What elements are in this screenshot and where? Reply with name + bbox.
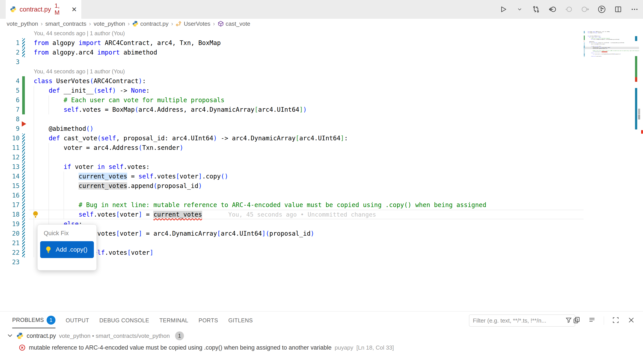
code-text[interactable]: self.votes = BoxMap(arc4.Address, arc4.D… bbox=[34, 105, 307, 114]
code-text[interactable]: current_votes.append(proposal_id) bbox=[34, 181, 202, 191]
chevron-down-icon[interactable] bbox=[7, 332, 13, 340]
navigate-back-icon[interactable] bbox=[548, 5, 557, 14]
code-text[interactable]: class UserVotes(ARC4Contract): bbox=[34, 76, 146, 86]
breadcrumb-item-smart_contracts[interactable]: smart_contracts bbox=[45, 20, 86, 27]
line-number[interactable]: 3 bbox=[0, 57, 20, 67]
tab-contract-py[interactable]: contract.py 1, M ✕ bbox=[5, 0, 82, 18]
code-line[interactable]: 10 def cast_vote(self, proposal_id: arc4… bbox=[0, 134, 586, 143]
lightbulb-icon[interactable] bbox=[32, 210, 40, 218]
breadcrumb-item-contract.py[interactable]: contract.py bbox=[132, 20, 168, 27]
code-text[interactable]: # Bug in next line: mutable reference to… bbox=[34, 200, 486, 210]
code-line[interactable]: 16 bbox=[0, 191, 586, 200]
line-number[interactable]: 1 bbox=[0, 38, 20, 48]
problems-file-row[interactable]: contract.py vote_python • smart_contract… bbox=[0, 330, 643, 341]
code-text[interactable]: @abimethod() bbox=[34, 124, 94, 134]
split-editor-icon[interactable] bbox=[614, 5, 622, 14]
gutter-modified-indicator[interactable] bbox=[22, 191, 25, 200]
gutter-deleted-indicator[interactable] bbox=[584, 41, 584, 42]
line-number[interactable]: 19 bbox=[0, 219, 20, 229]
code-text[interactable]: def __init__(self) -> None: bbox=[34, 86, 150, 95]
view-as-table-icon[interactable] bbox=[588, 316, 596, 325]
panel-tab-ports[interactable]: PORTS bbox=[199, 312, 218, 328]
compare-changes-icon[interactable] bbox=[532, 5, 540, 14]
code-text[interactable]: from algopy.arc4 import abimethod bbox=[34, 48, 157, 57]
close-panel-icon[interactable] bbox=[627, 316, 635, 325]
code-line[interactable]: 5 def __init__(self) -> None: bbox=[0, 86, 586, 95]
gutter-deleted-indicator[interactable] bbox=[22, 121, 26, 126]
gutter-modified-indicator[interactable] bbox=[22, 162, 25, 172]
line-number[interactable]: 10 bbox=[0, 134, 20, 143]
breadcrumb-item-vote_python[interactable]: vote_python bbox=[7, 20, 38, 27]
line-number[interactable]: 2 bbox=[0, 48, 20, 57]
run-dropdown-chevron-icon[interactable] bbox=[515, 5, 524, 14]
line-number[interactable]: 21 bbox=[0, 238, 20, 248]
code-editor[interactable]: You, 44 seconds ago | 1 author (You)1fro… bbox=[0, 28, 643, 311]
line-number[interactable]: 11 bbox=[0, 143, 20, 152]
gutter-modified-indicator[interactable] bbox=[22, 152, 25, 162]
code-line[interactable]: 8 bbox=[0, 114, 586, 124]
code-line[interactable]: 23 bbox=[583, 57, 639, 58]
gutter-modified-indicator[interactable] bbox=[22, 134, 25, 143]
close-icon[interactable]: ✕ bbox=[72, 6, 77, 13]
line-number[interactable]: 9 bbox=[0, 124, 20, 134]
line-number[interactable]: 4 bbox=[0, 76, 20, 86]
code-line[interactable]: 1from algopy import ARC4Contract, arc4, … bbox=[0, 38, 586, 48]
code-line[interactable]: 2from algopy.arc4 import abimethod bbox=[0, 48, 586, 57]
code-line[interactable]: 4class UserVotes(ARC4Contract): bbox=[0, 76, 586, 86]
code-line[interactable]: 7 self.votes = BoxMap(arc4.Address, arc4… bbox=[0, 105, 586, 114]
gutter-modified-indicator[interactable] bbox=[22, 238, 25, 248]
line-number[interactable]: 6 bbox=[0, 95, 20, 105]
code-line[interactable]: 15 current_votes.append(proposal_id) bbox=[0, 181, 586, 191]
line-number[interactable]: 5 bbox=[0, 86, 20, 95]
panel-tab-gitlens[interactable]: GITLENS bbox=[228, 312, 253, 328]
code-text[interactable]: current_votes = self.votes[voter].copy() bbox=[34, 172, 228, 181]
gutter-modified-indicator[interactable] bbox=[22, 172, 25, 181]
line-number[interactable]: 22 bbox=[0, 248, 20, 257]
gitlens-blame-text[interactable]: You, 44 seconds ago | 1 author (You) bbox=[34, 67, 125, 76]
blame-annotation[interactable]: You, 44 seconds ago | 1 author (You) bbox=[0, 67, 586, 76]
panel-tab-output[interactable]: OUTPUT bbox=[66, 312, 89, 328]
gutter-added-indicator[interactable] bbox=[22, 86, 25, 95]
code-line[interactable]: 9 @abimethod() bbox=[0, 124, 586, 134]
breadcrumb-item-UserVotes[interactable]: UserVotes bbox=[176, 20, 210, 27]
code-line[interactable]: 12 bbox=[0, 152, 586, 162]
gutter-added-indicator[interactable] bbox=[22, 95, 25, 105]
code-line[interactable]: 6 # Each user can vote for multiple prop… bbox=[0, 95, 586, 105]
problem-row[interactable]: mutable reference to ARC-4-encoded value… bbox=[0, 342, 643, 353]
minimap[interactable]: You, 44 seconds ago | 1 author (You)1fro… bbox=[583, 30, 639, 309]
code-line[interactable]: 11 voter = arc4.Address(Txn.sender) bbox=[0, 143, 586, 152]
gutter-modified-indicator[interactable] bbox=[22, 248, 25, 257]
gutter-added-indicator[interactable] bbox=[22, 105, 25, 114]
code-line[interactable]: 17 # Bug in next line: mutable reference… bbox=[0, 200, 586, 210]
gutter-modified-indicator[interactable] bbox=[22, 38, 25, 48]
collapse-all-icon[interactable] bbox=[573, 316, 580, 325]
code-line[interactable]: 3 bbox=[0, 57, 586, 67]
line-number[interactable]: 20 bbox=[0, 229, 20, 238]
line-number[interactable]: 12 bbox=[0, 152, 20, 162]
gutter-modified-indicator[interactable] bbox=[22, 229, 25, 238]
line-number[interactable]: 17 bbox=[0, 200, 20, 210]
panel-tab-debug-console[interactable]: DEBUG CONSOLE bbox=[99, 312, 149, 328]
line-number[interactable]: 23 bbox=[0, 257, 20, 267]
code-text[interactable]: voter = arc4.Address(Txn.sender) bbox=[34, 143, 183, 152]
more-actions-icon[interactable] bbox=[630, 5, 639, 14]
gutter-modified-indicator[interactable] bbox=[22, 210, 25, 219]
gutter-modified-indicator[interactable] bbox=[22, 48, 25, 57]
line-number[interactable]: 7 bbox=[0, 105, 20, 114]
gitlens-blame-text[interactable]: You, 44 seconds ago | 1 author (You) bbox=[34, 28, 125, 38]
code-text[interactable]: # Each user can vote for multiple propos… bbox=[34, 95, 224, 105]
line-number[interactable]: 13 bbox=[0, 162, 20, 172]
code-text[interactable]: def cast_vote(self, proposal_id: arc4.UI… bbox=[34, 134, 348, 143]
code-line[interactable]: 13 if voter in self.votes: bbox=[0, 162, 586, 172]
blame-annotation[interactable]: You, 44 seconds ago | 1 author (You) bbox=[0, 28, 586, 38]
code-line[interactable]: 18 self.votes[voter] = current_votesYou,… bbox=[0, 210, 586, 219]
code-text[interactable]: from algopy import ARC4Contract, arc4, T… bbox=[34, 38, 221, 48]
line-number[interactable]: 8 bbox=[0, 114, 20, 124]
panel-tab-terminal[interactable]: TERMINAL bbox=[159, 312, 188, 328]
gutter-modified-indicator[interactable] bbox=[22, 143, 25, 152]
breadcrumb-item-vote_python[interactable]: vote_python bbox=[94, 20, 125, 27]
code-line[interactable]: 14 current_votes = self.votes[voter].cop… bbox=[0, 172, 586, 181]
line-number[interactable]: 14 bbox=[0, 172, 20, 181]
run-icon[interactable] bbox=[499, 5, 508, 14]
filter-input[interactable] bbox=[473, 317, 565, 324]
